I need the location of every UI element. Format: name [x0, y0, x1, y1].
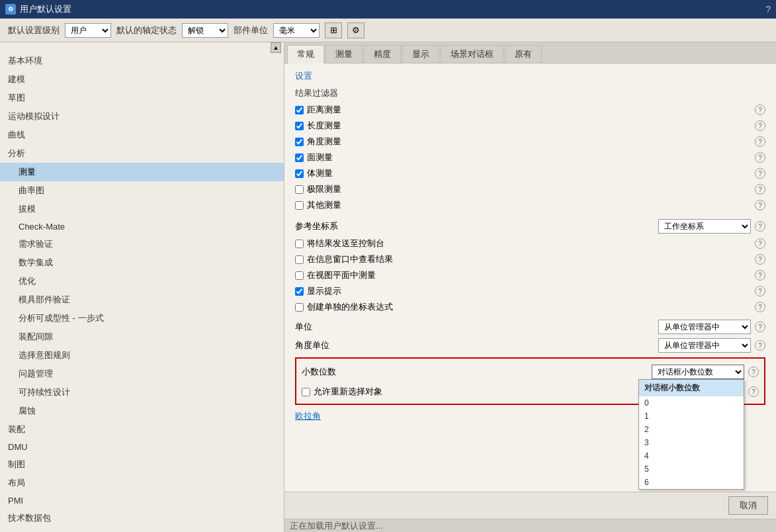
single-coord-checkbox[interactable]: [295, 303, 304, 312]
show-hint-label[interactable]: 显示提示: [307, 285, 341, 297]
angle-checkbox[interactable]: [295, 138, 304, 146]
volume-help-icon[interactable]: ?: [755, 168, 765, 179]
sidebar-scroll-up[interactable]: ▲: [271, 42, 281, 53]
sidebar-item-assemble[interactable]: 装配: [0, 420, 284, 439]
angle-label[interactable]: 角度测量: [307, 136, 341, 148]
volume-label[interactable]: 体测量: [307, 167, 333, 179]
allow-reselect-checkbox[interactable]: [302, 388, 310, 396]
sidebar-item-tech-data[interactable]: 技术数据包: [0, 509, 284, 527]
angle-unit-select[interactable]: 从单位管理器中: [658, 338, 751, 353]
length-help-icon[interactable]: ?: [755, 120, 765, 131]
sidebar-item-draft[interactable]: 草图: [0, 89, 284, 107]
view-window-help-icon[interactable]: ?: [755, 254, 765, 265]
dropdown-item-2[interactable]: 2: [639, 423, 744, 436]
unit-help-icon[interactable]: ?: [755, 322, 765, 332]
sidebar-item-problem-manage[interactable]: 问题管理: [0, 365, 284, 383]
sidebar-item-draft2[interactable]: 拔模: [0, 200, 284, 218]
measure-view-help-icon[interactable]: ?: [755, 270, 765, 281]
sidebar-item-build[interactable]: 建模: [0, 70, 284, 89]
allow-reselect-label[interactable]: 允许重新选择对象: [314, 386, 382, 398]
view-window-label[interactable]: 在信息窗口中查看结果: [307, 253, 393, 265]
view-window-row: 在信息窗口中查看结果 ?: [295, 251, 765, 267]
tab-display[interactable]: 显示: [402, 45, 439, 63]
surface-checkbox[interactable]: [295, 154, 304, 162]
cancel-button[interactable]: 取消: [728, 496, 768, 515]
unit-row-select[interactable]: 从单位管理器中: [658, 320, 751, 334]
surface-help-icon[interactable]: ?: [755, 152, 765, 163]
sidebar-item-corrosion[interactable]: 腐蚀: [0, 402, 284, 420]
measure-view-checkbox[interactable]: [295, 271, 304, 280]
tab-measure[interactable]: 测量: [325, 45, 363, 63]
distance-label[interactable]: 距离测量: [307, 104, 341, 116]
sidebar-item-select-diagram[interactable]: 选择意图规则: [0, 346, 284, 365]
dropdown-item-1[interactable]: 1: [639, 410, 744, 423]
dropdown-item-5[interactable]: 5: [639, 463, 744, 476]
dropdown-item-3[interactable]: 3: [639, 436, 744, 449]
sidebar-item-drawing[interactable]: 制图: [0, 455, 284, 474]
distance-help-icon[interactable]: ?: [755, 105, 765, 115]
euler-angle-link[interactable]: 欧拉角: [295, 411, 321, 421]
axis-state-select[interactable]: 解锁: [182, 23, 228, 38]
limit-help-icon[interactable]: ?: [755, 184, 765, 195]
sidebar-item-analysis[interactable]: 分析: [0, 144, 284, 163]
decimal-dropdown-popup[interactable]: 对话框小数位数 0 1 2 3 4 5 6: [638, 379, 744, 490]
other-help-icon[interactable]: ?: [755, 200, 765, 210]
sidebar-item-sustainable-design[interactable]: 可持续性设计: [0, 383, 284, 402]
coord-system-help-icon[interactable]: ?: [755, 221, 765, 232]
send-ctrl-label[interactable]: 将结果发送至控制台: [307, 238, 384, 249]
show-hint-help-icon[interactable]: ?: [755, 286, 765, 296]
view-window-checkbox[interactable]: [295, 255, 304, 264]
dropdown-item-6[interactable]: 6: [639, 476, 744, 489]
grid-icon-btn[interactable]: ⊞: [325, 22, 342, 38]
send-ctrl-checkbox[interactable]: [295, 240, 304, 248]
sidebar-item-curve[interactable]: 曲线: [0, 126, 284, 144]
single-coord-help-icon[interactable]: ?: [755, 302, 765, 312]
unit-label: 部件单位: [234, 24, 268, 36]
surface-label[interactable]: 面测量: [307, 152, 333, 163]
limit-label[interactable]: 极限测量: [307, 183, 341, 195]
section-title: 设置: [295, 70, 765, 82]
sidebar-item-pmi[interactable]: PMI: [0, 492, 284, 509]
tab-general[interactable]: 常规: [287, 45, 324, 64]
unit-select[interactable]: 毫米: [273, 23, 320, 38]
length-checkbox[interactable]: [295, 122, 304, 130]
sidebar-item-math-integrate[interactable]: 数学集成: [0, 253, 284, 272]
sidebar-item-basic-env[interactable]: 基本环境: [0, 52, 284, 70]
tab-scene-dialog[interactable]: 场景对话框: [441, 45, 503, 63]
sidebar-item-demand-verify[interactable]: 需求验证: [0, 235, 284, 253]
sidebar-item-optimize[interactable]: 优化: [0, 272, 284, 290]
other-label[interactable]: 其他测量: [307, 199, 341, 211]
decimal-help-icon[interactable]: ?: [748, 367, 759, 377]
limit-checkbox[interactable]: [295, 185, 304, 194]
default-level-select[interactable]: 用户: [65, 23, 111, 38]
sidebar-item-part-process[interactable]: 部件加工: [0, 527, 284, 532]
dropdown-item-4[interactable]: 4: [639, 449, 744, 463]
settings-icon-btn[interactable]: ⚙: [347, 22, 365, 38]
coord-system-select[interactable]: 工作坐标系: [658, 219, 751, 234]
length-label[interactable]: 长度测量: [307, 120, 341, 132]
sidebar-item-assemble-gap[interactable]: 装配间隙: [0, 328, 284, 346]
tab-original[interactable]: 原有: [505, 45, 542, 63]
angle-help-icon[interactable]: ?: [755, 136, 765, 147]
volume-checkbox[interactable]: [295, 169, 304, 178]
other-checkbox[interactable]: [295, 201, 304, 210]
send-ctrl-help-icon[interactable]: ?: [755, 238, 765, 249]
sidebar-item-layout[interactable]: 布局: [0, 474, 284, 492]
help-button[interactable]: ?: [765, 4, 771, 15]
sidebar-item-dmu[interactable]: DMU: [0, 439, 284, 455]
sidebar-item-measure[interactable]: 测量: [0, 163, 284, 181]
distance-checkbox[interactable]: [295, 106, 304, 114]
angle-unit-help-icon[interactable]: ?: [755, 340, 765, 351]
decimal-places-select[interactable]: 对话框小数位数: [652, 365, 744, 379]
allow-reselect-help-icon[interactable]: ?: [748, 386, 759, 397]
sidebar-item-motion-sim[interactable]: 运动模拟设计: [0, 107, 284, 126]
tab-precision[interactable]: 精度: [364, 45, 401, 63]
measure-view-label[interactable]: 在视图平面中测量: [307, 269, 376, 281]
sidebar-item-check-mate[interactable]: Check-Mate: [0, 218, 284, 235]
show-hint-checkbox[interactable]: [295, 287, 304, 296]
sidebar-item-curvature[interactable]: 曲率图: [0, 181, 284, 200]
single-coord-label[interactable]: 创建单独的坐标表达式: [307, 301, 393, 313]
sidebar-item-mold-validate[interactable]: 模具部件验证: [0, 290, 284, 309]
sidebar-item-analysis-onestep[interactable]: 分析可成型性 - 一步式: [0, 309, 284, 328]
dropdown-item-0[interactable]: 0: [639, 396, 744, 410]
